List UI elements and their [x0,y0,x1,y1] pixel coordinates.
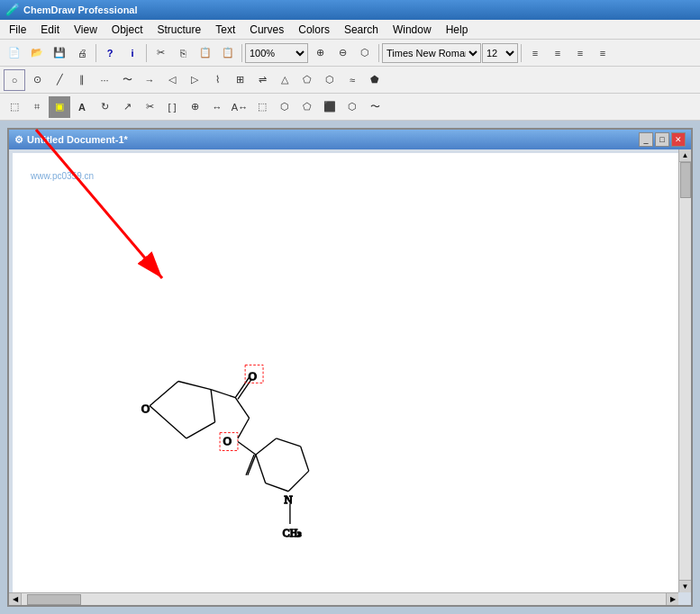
font-select[interactable]: Times New Roman Arial Helvetica [382,43,481,63]
vertical-scrollbar[interactable]: ▲ ▼ [678,149,691,592]
menu-file[interactable]: File [2,20,33,39]
menu-text[interactable]: Text [208,20,242,39]
bond-wavy-tool[interactable]: 〜 [116,69,138,91]
print-button[interactable]: 🖨 [71,42,93,64]
zoom-select[interactable]: 100% 50% 75% 150% 200% [245,43,308,63]
scroll-up-arrow[interactable]: ▲ [679,149,691,162]
svg-line-28 [238,418,250,438]
menu-colors[interactable]: Colors [291,20,337,39]
font-size-select[interactable]: 12 10 14 16 [482,43,518,63]
scroll-down-arrow[interactable]: ▼ [679,580,691,592]
paste2-button[interactable]: 📋 [217,42,239,64]
atom-label-tool[interactable]: ✂ [139,96,160,118]
align-center-button[interactable]: ≡ [547,42,568,64]
open-button[interactable]: 📂 [26,42,48,64]
sep2 [146,44,147,62]
copy-button[interactable]: ⎘ [172,42,194,64]
zoom-out-button[interactable]: ⊖ [332,42,353,64]
svg-line-18 [248,455,256,475]
main-toolbar: 📄 📂 💾 🖨 ? i ✂ ⎘ 📋 📋 100% 50% 75% 150% 20… [0,40,700,67]
scale-tool[interactable]: ↔ [206,96,228,118]
svg-line-5 [186,422,215,438]
svg-text:O: O [223,435,232,447]
bond-single-tool[interactable]: ╱ [49,69,70,91]
svg-line-23 [266,483,288,492]
bond-wedge-tool[interactable]: ▷ [184,69,205,91]
menu-structure[interactable]: Structure [150,20,209,39]
ring5-tool[interactable]: ⬠ [296,96,318,118]
select-lasso-tool[interactable]: ⌗ [26,96,48,118]
bond-tool2[interactable]: ⇌ [251,69,273,91]
ring6-tool[interactable]: ⬡ [274,96,295,118]
app-icon: 🧪 [5,3,20,17]
document-title-bar: ⚙ Untitled Document-1* _ □ ✕ [9,130,691,149]
thf-ring: O [141,382,214,438]
svg-line-9 [235,377,249,398]
document-title: ⚙ Untitled Document-1* [14,134,128,146]
text-tool[interactable]: A [71,96,93,118]
scroll-left-arrow[interactable]: ◀ [9,593,22,605]
zoom-fit-button[interactable]: ⬡ [354,42,376,64]
svg-text:N: N [285,493,293,506]
select-rect-tool[interactable]: ⬚ [4,96,25,118]
app-title: ChemDraw Professional [23,5,138,15]
cyclohex-tool[interactable]: ⬡ [341,96,363,118]
svg-line-11 [235,398,249,419]
bond-back-tool[interactable]: ◁ [161,69,183,91]
orbital-tool[interactable]: ⊕ [184,96,205,118]
curved-arrow-tool[interactable]: ↗ [116,96,138,118]
close-button[interactable]: ✕ [671,132,686,147]
hexagon-tool[interactable]: ⬡ [319,69,341,91]
drawing-toolbar: ○ ⊙ ╱ ∥ ··· 〜 → ◁ ▷ ⌇ ⊞ ⇌ △ ⬠ ⬡ ≈ ⬟ [0,67,700,94]
grid-tool[interactable]: ⊞ [229,69,250,91]
wave-tool[interactable]: ≈ [341,69,363,91]
menu-curves[interactable]: Curves [242,20,291,39]
new-button[interactable]: 📄 [4,42,25,64]
chain-tool[interactable]: ⌇ [206,69,228,91]
bond-dots-tool[interactable]: ··· [94,69,115,91]
cut-button[interactable]: ✂ [150,42,171,64]
horizontal-scrollbar[interactable]: ◀ ▶ [9,592,678,605]
select2-tool[interactable]: ⊙ [26,69,48,91]
query-tool[interactable]: A↔ [229,96,250,118]
rotate-tool[interactable]: ↻ [94,96,115,118]
ring4-tool[interactable]: ⬛ [319,96,341,118]
bond-arrow-tool[interactable]: → [139,69,160,91]
menu-edit[interactable]: Edit [33,20,67,39]
svg-line-24 [256,455,266,483]
doc-icon: ⚙ [14,134,23,146]
minimize-button[interactable]: _ [639,132,653,147]
align-justify-button[interactable]: ≡ [592,42,614,64]
save-button[interactable]: 💾 [49,42,70,64]
scroll-thumb-vertical[interactable] [680,162,691,198]
pentagon2-tool[interactable]: ⬟ [364,69,386,91]
maximize-button[interactable]: □ [655,132,669,147]
document-canvas[interactable]: www.pc0359.cn O [13,153,678,601]
menu-view[interactable]: View [67,20,105,39]
paste-button[interactable]: 📋 [195,42,216,64]
select-tool[interactable]: ○ [4,69,25,91]
main-area: ⚙ Untitled Document-1* _ □ ✕ www.pc0359.… [0,121,700,614]
menu-object[interactable]: Object [105,20,150,39]
menu-search[interactable]: Search [337,20,386,39]
document-controls: _ □ ✕ [639,132,686,147]
menu-window[interactable]: Window [386,20,439,39]
scroll-thumb-horizontal[interactable] [27,594,81,605]
info-btn[interactable]: i [122,42,143,64]
triangle-tool[interactable]: △ [274,69,295,91]
help-btn[interactable]: ? [99,42,121,64]
bond-double-tool[interactable]: ∥ [71,69,93,91]
scroll-right-arrow[interactable]: ▶ [666,593,678,605]
highlight-tool[interactable]: ▣ [49,96,70,118]
align-left-button[interactable]: ≡ [524,42,546,64]
svg-line-3 [178,382,211,390]
sep1 [95,44,96,62]
menu-help[interactable]: Help [439,20,476,39]
connecting-bond [238,418,250,438]
template-tool[interactable]: ⬚ [251,96,273,118]
align-right-button[interactable]: ≡ [569,42,591,64]
pentagon-tool[interactable]: ⬠ [296,69,318,91]
wavy2-tool[interactable]: 〜 [364,96,386,118]
bracket-square-tool[interactable]: [ ] [161,96,183,118]
zoom-in-button[interactable]: ⊕ [309,42,331,64]
